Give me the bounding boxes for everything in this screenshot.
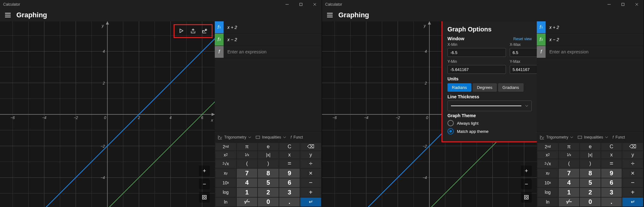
functions-dropdown[interactable]: f Funct	[613, 135, 625, 139]
key-log[interactable]: log	[215, 188, 236, 197]
close-button[interactable]	[308, 0, 322, 9]
equation-row-new[interactable]: f Enter an expression	[537, 46, 644, 58]
key-sub[interactable]: −	[300, 178, 321, 188]
key-8[interactable]: 8	[580, 169, 601, 178]
equation-row-new[interactable]: f Enter an expression	[215, 46, 322, 58]
key-4[interactable]: 4	[559, 178, 580, 188]
close-button[interactable]	[630, 0, 644, 9]
key-6[interactable]: 6	[601, 178, 622, 188]
key-div[interactable]: ÷	[300, 159, 321, 168]
unit-degrees[interactable]: Degrees	[473, 83, 497, 92]
zoom-in-button[interactable]: +	[521, 166, 532, 176]
zoom-out-button[interactable]: −	[199, 179, 210, 189]
reset-view-link[interactable]: Reset view	[513, 37, 532, 41]
key-clear[interactable]: C	[279, 143, 300, 151]
key-10x[interactable]: 10x	[537, 178, 558, 188]
key-recip[interactable]: 1⁄x	[237, 151, 258, 159]
theme-option-light[interactable]: Always light	[447, 120, 532, 126]
graph-area[interactable]: −6 −4 −2 0 2 4 6 4 2 −2 −4 x y	[0, 21, 215, 207]
maximize-button[interactable]	[294, 0, 308, 9]
key-xy[interactable]: xy	[215, 169, 236, 178]
key-backspace[interactable]: ⌫	[622, 143, 643, 151]
key-mul[interactable]: ×	[300, 169, 321, 178]
theme-option-match[interactable]: Match app theme	[447, 128, 532, 134]
zoom-out-button[interactable]: −	[521, 179, 532, 189]
key-eq[interactable]: =	[601, 159, 622, 168]
equation-badge-1[interactable]: f1	[537, 21, 546, 33]
key-xsq[interactable]: x2	[537, 151, 558, 159]
key-8[interactable]: 8	[258, 169, 279, 178]
key-lparen[interactable]: (	[237, 159, 258, 168]
key-0[interactable]: 0	[258, 198, 279, 207]
functions-dropdown[interactable]: f Funct	[291, 135, 303, 139]
minimize-button[interactable]	[602, 0, 616, 9]
trig-dropdown[interactable]: Trigonometry	[540, 135, 573, 139]
trace-icon[interactable]	[178, 27, 186, 35]
key-4[interactable]: 4	[237, 178, 258, 188]
equation-row-1[interactable]: f1 x + 2	[537, 21, 644, 34]
equation-row-2[interactable]: f2 x − 2	[215, 34, 322, 46]
key-9[interactable]: 9	[279, 169, 300, 178]
menu-icon[interactable]	[4, 12, 12, 19]
key-dot[interactable]: .	[601, 198, 622, 207]
inequalities-dropdown[interactable]: Inequalities	[256, 135, 286, 139]
key-negate[interactable]: +⁄−	[237, 198, 258, 207]
key-eq[interactable]: =	[279, 159, 300, 168]
key-ln[interactable]: ln	[215, 198, 236, 207]
key-enter[interactable]: ↵	[300, 198, 321, 207]
key-add[interactable]: +	[300, 188, 321, 197]
key-rparen[interactable]: )	[580, 159, 601, 168]
maximize-button[interactable]	[616, 0, 630, 9]
key-1[interactable]: 1	[559, 188, 580, 197]
key-negate[interactable]: +⁄−	[559, 198, 580, 207]
key-abs[interactable]: |x|	[580, 151, 601, 159]
key-2nd[interactable]: 2nd	[215, 143, 236, 151]
key-2[interactable]: 2	[580, 188, 601, 197]
trig-dropdown[interactable]: Trigonometry	[218, 135, 251, 139]
key-abs[interactable]: |x|	[258, 151, 279, 159]
inequalities-dropdown[interactable]: Inequalities	[578, 135, 608, 139]
key-3[interactable]: 3	[279, 188, 300, 197]
key-5[interactable]: 5	[580, 178, 601, 188]
key-0[interactable]: 0	[580, 198, 601, 207]
key-xy[interactable]: xy	[537, 169, 558, 178]
unit-radians[interactable]: Radians	[447, 83, 471, 92]
key-xsq[interactable]: x2	[215, 151, 236, 159]
key-1[interactable]: 1	[237, 188, 258, 197]
graph-area[interactable]: −6 −4 −2 0 2 4 6 4 2 −2 −4 x y	[322, 21, 537, 207]
key-9[interactable]: 9	[601, 169, 622, 178]
key-x[interactable]: x	[601, 151, 622, 159]
key-2[interactable]: 2	[258, 188, 279, 197]
equation-row-1[interactable]: f1 x + 2	[215, 21, 322, 34]
key-7[interactable]: 7	[559, 169, 580, 178]
key-backspace[interactable]: ⌫	[300, 143, 321, 151]
key-div[interactable]: ÷	[622, 159, 643, 168]
zoom-reset-button[interactable]	[199, 192, 210, 203]
key-5[interactable]: 5	[258, 178, 279, 188]
key-sqrt[interactable]: 2√x	[537, 159, 558, 168]
key-dot[interactable]: .	[279, 198, 300, 207]
key-add[interactable]: +	[622, 188, 643, 197]
key-x[interactable]: x	[279, 151, 300, 159]
unit-gradians[interactable]: Gradians	[498, 83, 524, 92]
key-sqrt[interactable]: 2√x	[215, 159, 236, 168]
key-6[interactable]: 6	[279, 178, 300, 188]
equation-badge-1[interactable]: f1	[215, 21, 224, 33]
key-10x[interactable]: 10x	[215, 178, 236, 188]
equation-badge-2[interactable]: f2	[215, 34, 224, 46]
xmax-input[interactable]	[510, 48, 537, 57]
ymax-input[interactable]	[510, 65, 537, 74]
key-e[interactable]: e	[258, 143, 279, 151]
zoom-reset-button[interactable]	[521, 192, 532, 203]
key-rparen[interactable]: )	[258, 159, 279, 168]
equation-badge-2[interactable]: f2	[537, 34, 546, 46]
key-lparen[interactable]: (	[559, 159, 580, 168]
graph-options-icon[interactable]	[200, 27, 208, 35]
minimize-button[interactable]	[280, 0, 294, 9]
zoom-in-button[interactable]: +	[199, 166, 210, 176]
key-2nd[interactable]: 2nd	[537, 143, 558, 151]
equation-row-2[interactable]: f2 x − 2	[537, 34, 644, 46]
key-pi[interactable]: π	[559, 143, 580, 151]
key-y[interactable]: y	[622, 151, 643, 159]
ymin-input[interactable]	[447, 65, 506, 74]
